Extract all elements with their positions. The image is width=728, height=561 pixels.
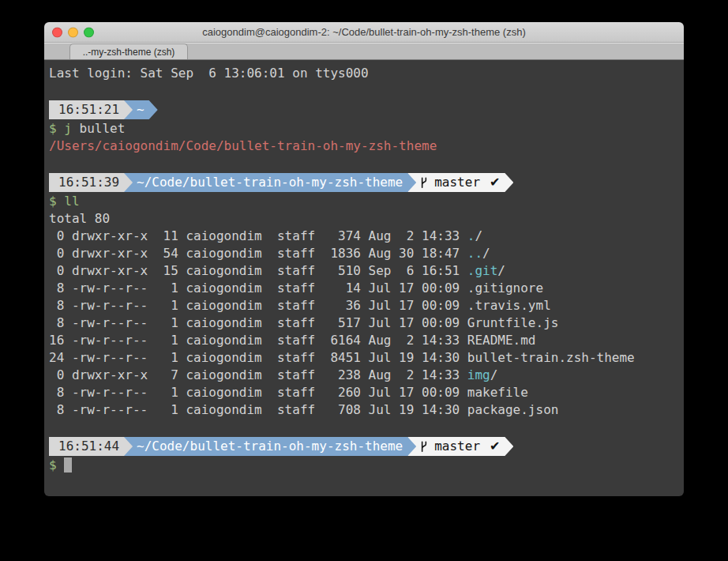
terminal-text: 8 -rw-r--r-- 1 caiogondim staff 708 Jul … <box>49 402 558 417</box>
terminal-text: bullet <box>72 121 125 136</box>
window-titlebar[interactable]: caiogondim@caiogondim-2: ~/Code/bullet-t… <box>44 22 684 43</box>
zoom-button[interactable] <box>84 27 94 37</box>
terminal-line: 0 drwxr-xr-x 54 caiogondim staff 1836 Au… <box>49 245 684 262</box>
git-branch-name: master <box>434 174 480 191</box>
terminal-text: total 80 <box>49 211 110 226</box>
terminal-text: Last login: Sat Sep 6 13:06:01 on ttys00… <box>49 66 369 81</box>
terminal-blank-line <box>49 419 684 436</box>
terminal-text: 16 -rw-r--r-- 1 caiogondim staff 6164 Au… <box>49 333 536 348</box>
terminal-line: 8 -rw-r--r-- 1 caiogondim staff 14 Jul 1… <box>49 280 684 297</box>
terminal-line: 8 -rw-r--r-- 1 caiogondim staff 708 Jul … <box>49 401 684 419</box>
terminal-text <box>57 121 65 136</box>
git-branch-icon <box>419 177 429 189</box>
terminal-text: 8 -rw-r--r-- 1 caiogondim staff 36 Jul 1… <box>49 298 551 313</box>
terminal-line: 8 -rw-r--r-- 1 caiogondim staff 36 Jul 1… <box>49 297 684 314</box>
prompt-line: 16:51:21~ <box>49 100 684 120</box>
terminal-line: /Users/caiogondim/Code/bullet-train-oh-m… <box>49 137 684 155</box>
terminal-text: / <box>475 228 482 243</box>
desktop: caiogondim@caiogondim-2: ~/Code/bullet-t… <box>0 0 728 561</box>
terminal-text: img <box>467 367 490 382</box>
terminal-text: $ <box>49 457 57 473</box>
terminal-line: $ ll <box>49 193 684 210</box>
terminal-window: caiogondim@caiogondim-2: ~/Code/bullet-t… <box>44 22 684 496</box>
terminal-line: 8 -rw-r--r-- 1 caiogondim staff 260 Jul … <box>49 384 684 401</box>
terminal-line: total 80 <box>49 210 684 228</box>
tab-my-zsh-theme[interactable]: ..-my-zsh-theme (zsh) <box>69 43 188 59</box>
terminal-line: 0 drwxr-xr-x 15 caiogondim staff 510 Sep… <box>49 262 684 280</box>
terminal-line: 0 drwxr-xr-x 7 caiogondim staff 238 Aug … <box>49 367 684 384</box>
prompt-time-segment: 16:51:21 <box>49 100 133 119</box>
git-clean-check-icon: ✔ <box>490 438 500 455</box>
terminal-line: 0 drwxr-xr-x 11 caiogondim staff 374 Aug… <box>49 228 684 245</box>
terminal-line: 16 -rw-r--r-- 1 caiogondim staff 6164 Au… <box>49 332 684 349</box>
terminal-blank-line <box>49 82 684 100</box>
terminal-text: .git <box>467 263 498 278</box>
terminal-text <box>57 194 65 209</box>
command-line: $ <box>49 457 684 474</box>
terminal-text: 0 drwxr-xr-x 11 caiogondim staff 374 Aug… <box>49 228 467 243</box>
terminal-text: . <box>467 228 475 243</box>
tab-label: ..-my-zsh-theme (zsh) <box>83 47 175 58</box>
terminal-text: 8 -rw-r--r-- 1 caiogondim staff 14 Jul 1… <box>49 280 543 296</box>
terminal-line: 24 -rw-r--r-- 1 caiogondim staff 8451 Ju… <box>49 349 684 367</box>
minimize-button[interactable] <box>68 27 78 37</box>
terminal-text: /Users/caiogondim/Code/bullet-train-oh-m… <box>49 138 437 153</box>
close-button[interactable] <box>52 27 62 37</box>
terminal-text: $ <box>49 194 57 209</box>
terminal-text: 8 -rw-r--r-- 1 caiogondim staff 260 Jul … <box>49 385 528 400</box>
terminal-line: 8 -rw-r--r-- 1 caiogondim staff 517 Jul … <box>49 314 684 332</box>
git-branch-icon <box>419 441 429 453</box>
terminal-content[interactable]: Last login: Sat Sep 6 13:06:01 on ttys00… <box>44 60 684 496</box>
terminal-text: 0 drwxr-xr-x 54 caiogondim staff 1836 Au… <box>49 246 467 261</box>
terminal-text: 0 drwxr-xr-x 15 caiogondim staff 510 Sep… <box>49 263 467 278</box>
prompt-line: 16:51:44~/Code/bullet-train-oh-my-zsh-th… <box>49 436 684 457</box>
prompt-path-segment: ~/Code/bullet-train-oh-my-zsh-theme <box>124 173 416 192</box>
terminal-text: ll <box>64 194 79 209</box>
git-branch-name: master <box>434 438 480 455</box>
terminal-text: 0 drwxr-xr-x 7 caiogondim staff 238 Aug … <box>49 367 467 382</box>
terminal-text: / <box>482 246 490 261</box>
terminal-line: $ j bullet <box>49 120 684 137</box>
terminal-text: $ <box>49 121 57 136</box>
prompt-time-segment: 16:51:44 <box>49 437 133 456</box>
git-clean-check-icon: ✔ <box>490 174 500 191</box>
terminal-text: / <box>497 263 505 278</box>
terminal-line: Last login: Sat Sep 6 13:06:01 on ttys00… <box>49 65 684 82</box>
window-title: caiogondim@caiogondim-2: ~/Code/bullet-t… <box>202 26 526 38</box>
terminal-cursor <box>64 457 72 473</box>
prompt-line: 16:51:39~/Code/bullet-train-oh-my-zsh-th… <box>49 172 684 193</box>
tab-bar: ..-my-zsh-theme (zsh) <box>44 43 684 60</box>
prompt-time-segment: 16:51:39 <box>49 173 133 192</box>
terminal-text: 8 -rw-r--r-- 1 caiogondim staff 517 Jul … <box>49 315 558 330</box>
terminal-text: j <box>64 121 72 136</box>
terminal-text: 24 -rw-r--r-- 1 caiogondim staff 8451 Ju… <box>49 350 635 365</box>
traffic-lights <box>52 27 94 37</box>
terminal-blank-line <box>49 155 684 172</box>
terminal-text: / <box>490 367 498 382</box>
prompt-git-segment: master✔ <box>407 437 513 456</box>
terminal-text: .. <box>467 246 482 261</box>
prompt-path-segment: ~/Code/bullet-train-oh-my-zsh-theme <box>124 437 416 456</box>
prompt-git-segment: master✔ <box>407 173 513 192</box>
